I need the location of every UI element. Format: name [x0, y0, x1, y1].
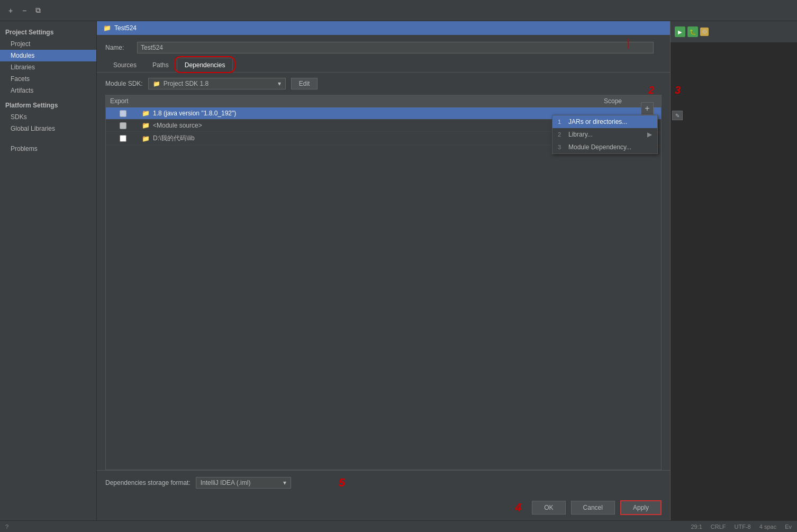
- dep-row-checkbox-2: [110, 122, 142, 129]
- sidebar-item-artifacts[interactable]: Artifacts: [0, 85, 96, 96]
- module-name: Test524: [114, 24, 137, 32]
- help-icon[interactable]: ?: [5, 524, 8, 530]
- dep-row-checkbox-3: [110, 135, 142, 142]
- dep-sdk-label: 1.8 (java version "1.8.0_192"): [153, 110, 236, 117]
- dep-checkbox-2[interactable]: [120, 122, 126, 129]
- format-dropdown-arrow-icon: ▾: [283, 479, 286, 486]
- add-dependency-button[interactable]: +: [641, 102, 654, 115]
- status-bar: ? 29:1 CRLF UTF-8 4 spac Ev: [0, 520, 797, 532]
- main-area: Project Settings Project Modules Librari…: [0, 21, 797, 520]
- sidebar-item-libraries[interactable]: Libraries: [0, 61, 96, 73]
- run-button[interactable]: ▶: [675, 26, 685, 37]
- module-header: 📁 Test524: [97, 21, 670, 35]
- sdk-dropdown-arrow-icon: ▾: [278, 80, 281, 87]
- tab-paths[interactable]: Paths: [144, 58, 177, 72]
- dep-table-body: 📁 1.8 (java version "1.8.0_192") 📁: [106, 107, 661, 470]
- format-select[interactable]: IntelliJ IDEA (.iml) ▾: [196, 477, 291, 489]
- ok-button[interactable]: OK: [532, 501, 565, 515]
- sdk-value: Project SDK 1.8: [164, 80, 275, 87]
- sidebar-item-modules[interactable]: Modules: [0, 50, 96, 61]
- line-ending: CRLF: [711, 524, 726, 530]
- name-input[interactable]: [137, 42, 654, 53]
- sidebar: Project Settings Project Modules Librari…: [0, 21, 97, 520]
- minimize-button[interactable]: −: [18, 4, 31, 17]
- col-export-header: Export: [110, 97, 142, 105]
- add-dropdown-menu: 1 JARs or directories... 2 Library... ▶ …: [552, 115, 658, 154]
- apply-button[interactable]: Apply: [620, 500, 662, 515]
- build-button[interactable]: ⚙: [700, 28, 709, 36]
- dep-table-wrapper: Export Scope + 1 JARs or directories...: [97, 95, 670, 470]
- sdk-select[interactable]: 📁 Project SDK 1.8 ▾: [148, 78, 286, 89]
- name-row: Name: |: [97, 35, 670, 58]
- module-folder-icon: 📁: [103, 24, 111, 32]
- top-toolbar: + − ⧉: [0, 0, 797, 21]
- cursor-position: 29:1: [691, 524, 702, 530]
- sidebar-item-global-libraries[interactable]: Global Libraries: [0, 123, 96, 134]
- dropdown-label-module-dep: Module Dependency...: [568, 143, 631, 151]
- dep-table-area: Export Scope + 1 JARs or directories...: [105, 95, 662, 470]
- dropdown-num-3: 3: [558, 144, 564, 150]
- dep-checkbox-1[interactable]: [120, 110, 126, 117]
- ide-panel: ▶ 🐛 ⚙: [670, 21, 797, 520]
- dropdown-item-jars[interactable]: 1 JARs or directories...: [553, 115, 657, 128]
- name-label: Name:: [105, 44, 132, 51]
- dep-row-name-2: 📁 <Module source>: [142, 122, 604, 129]
- tab-sources[interactable]: Sources: [105, 58, 144, 72]
- dep-table-header: Export Scope + 1 JARs or directories...: [106, 95, 661, 107]
- sdk-folder-icon: 📁: [142, 110, 150, 117]
- dropdown-item-module-dep[interactable]: 3 Module Dependency...: [553, 141, 657, 154]
- submenu-arrow-icon: ▶: [647, 131, 652, 138]
- project-settings-title: Project Settings: [0, 25, 96, 38]
- action-buttons: 4 OK Cancel Apply: [97, 495, 670, 520]
- edit-sdk-button[interactable]: Edit: [291, 78, 318, 89]
- status-right: 29:1 CRLF UTF-8 4 spac Ev: [691, 524, 792, 530]
- status-message: [19, 524, 21, 529]
- annotation-1-icon: |: [627, 37, 630, 49]
- encoding: UTF-8: [735, 524, 751, 530]
- dep-module-source-label: <Module source>: [153, 122, 202, 129]
- dep-lib-label: D:\我的代码\lib: [153, 134, 195, 143]
- indent: 4 spac: [759, 524, 776, 530]
- sidebar-item-problems[interactable]: Problems: [0, 143, 96, 155]
- sidebar-item-facets[interactable]: Facets: [0, 73, 96, 85]
- format-value: IntelliJ IDEA (.iml): [201, 479, 280, 486]
- dropdown-item-library[interactable]: 2 Library... ▶: [553, 128, 657, 141]
- annotation-4: 4: [515, 501, 521, 515]
- dep-row-name-1: 📁 1.8 (java version "1.8.0_192"): [142, 110, 604, 117]
- ide-toolbar: ▶ 🐛 ⚙: [671, 21, 797, 42]
- dialog-area: 📁 Test524 Name: | Sources Paths Dependen…: [97, 21, 670, 520]
- source-folder-icon: 📁: [142, 122, 150, 129]
- sdk-folder-icon: 📁: [153, 80, 160, 87]
- sdk-label: Module SDK:: [105, 80, 143, 87]
- add-tab-button[interactable]: +: [4, 4, 17, 17]
- side-edit-controls: ✎: [672, 111, 683, 120]
- platform-settings-title: Platform Settings: [0, 96, 96, 111]
- content-panel: Name: | Sources Paths Dependencies Modul…: [97, 35, 670, 520]
- dep-row-name-3: 📁 D:\我的代码\lib: [142, 134, 604, 143]
- dropdown-num-2: 2: [558, 131, 564, 138]
- cancel-button[interactable]: Cancel: [571, 501, 615, 515]
- tabs-bar: Sources Paths Dependencies: [97, 58, 670, 73]
- bottom-bar: Dependencies storage format: IntelliJ ID…: [97, 470, 670, 495]
- annotation-5: 5: [339, 476, 345, 490]
- dep-row-checkbox-1: [110, 110, 142, 117]
- debug-button[interactable]: 🐛: [687, 26, 698, 37]
- restore-button[interactable]: ⧉: [32, 4, 44, 17]
- tab-dependencies[interactable]: Dependencies: [177, 58, 233, 73]
- dropdown-label-jars: JARs or directories...: [568, 118, 627, 125]
- dropdown-label-library: Library...: [568, 131, 643, 138]
- dropdown-num-1: 1: [558, 119, 564, 125]
- lib-folder-icon: 📁: [142, 135, 150, 142]
- dep-checkbox-3[interactable]: [120, 135, 126, 142]
- side-edit-button[interactable]: ✎: [672, 111, 683, 120]
- format-label: Dependencies storage format:: [105, 479, 191, 486]
- sdk-row: Module SDK: 📁 Project SDK 1.8 ▾ Edit: [97, 73, 670, 95]
- ev-label: Ev: [785, 524, 792, 530]
- sidebar-item-project[interactable]: Project: [0, 38, 96, 50]
- sidebar-item-sdks[interactable]: SDKs: [0, 111, 96, 123]
